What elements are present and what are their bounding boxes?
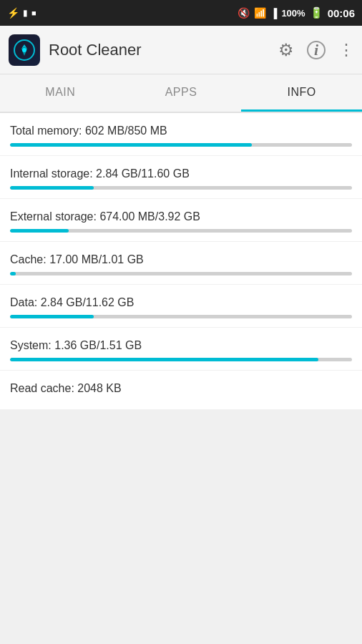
status-left-icons: ⚡ ▮ ■ [7,7,36,19]
tab-main[interactable]: Main [0,74,121,112]
content-area: Total memory: 602 MB/850 MBInternal stor… [0,113,362,410]
settings-icon[interactable]: ⚙ [278,40,294,60]
stat-label: System: 1.36 GB/1.51 GB [10,339,352,352]
stat-row: Data: 2.84 GB/11.62 GB [0,285,362,328]
app-title: Root Cleaner [49,41,278,59]
stat-label: External storage: 674.00 MB/3.92 GB [10,210,352,223]
stat-label: Internal storage: 2.84 GB/11.60 GB [10,167,352,180]
app-header: Root Cleaner ⚙ i ⋮ [0,26,362,74]
battery-icon: 🔋 [310,6,323,19]
progress-fill [10,229,69,233]
stat-label: Data: 2.84 GB/11.62 GB [10,296,352,309]
mute-icon: 🔇 [238,7,250,19]
tab-info[interactable]: Info [241,74,362,112]
progress-track [10,358,352,361]
battery-small-icon: ▮ [23,8,28,18]
stat-row: System: 1.36 GB/1.51 GB [0,328,362,371]
progress-fill [10,143,252,147]
stat-row: Total memory: 602 MB/850 MB [0,113,362,156]
stat-label: Total memory: 602 MB/850 MB [10,125,352,137]
progress-track [10,315,352,318]
status-bar: ⚡ ▮ ■ 🔇 📶 ▐ 100% 🔋 00:06 [0,0,362,26]
header-actions: ⚙ i ⋮ [278,40,353,60]
progress-fill [10,186,94,190]
progress-track [10,143,352,147]
stat-row: Cache: 17.00 MB/1.01 GB [0,242,362,285]
wifi-icon: 📶 [254,7,266,19]
progress-fill [10,315,94,318]
app-logo [9,34,40,66]
status-time: 00:06 [328,7,355,19]
info-icon[interactable]: i [307,41,326,59]
stat-row: Internal storage: 2.84 GB/11.60 GB [0,156,362,199]
usb-icon: ⚡ [7,7,19,19]
progress-track [10,186,352,190]
overflow-menu-icon[interactable]: ⋮ [338,41,353,59]
progress-fill [10,272,16,275]
tab-apps[interactable]: Apps [121,74,242,112]
progress-fill [10,358,318,361]
stat-row: Read cache: 2048 KB [0,371,362,410]
battery-percent: 100% [281,8,305,19]
stat-row: External storage: 674.00 MB/3.92 GB [0,199,362,242]
stat-label: Read cache: 2048 KB [10,382,352,395]
stat-label: Cache: 17.00 MB/1.01 GB [10,253,352,266]
progress-track [10,272,352,275]
status-right-icons: 🔇 📶 ▐ 100% 🔋 00:06 [238,6,355,19]
svg-point-1 [22,48,26,52]
progress-track [10,229,352,233]
notification-icon: ■ [31,9,36,17]
tab-bar: Main Apps Info [0,74,362,113]
signal-icon: ▐ [270,8,277,19]
